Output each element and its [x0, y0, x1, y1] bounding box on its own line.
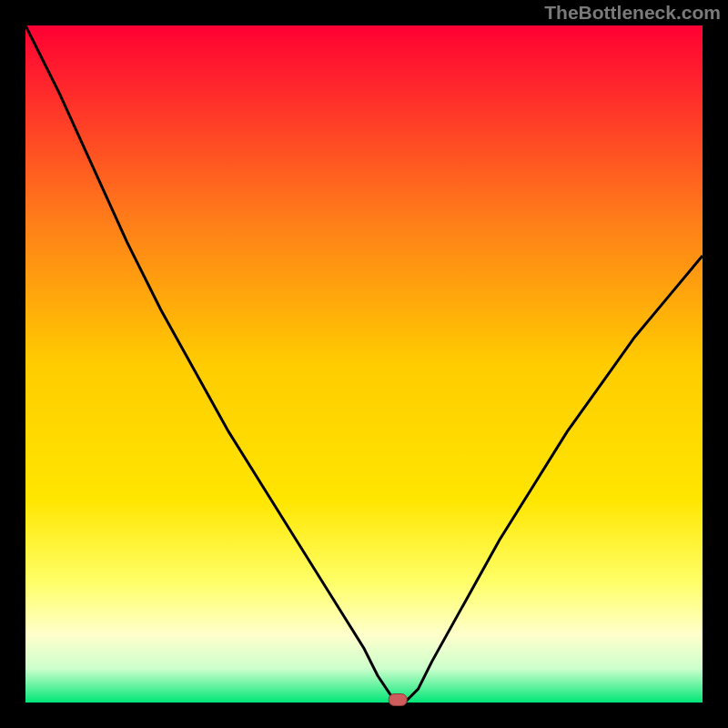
plot-background	[25, 25, 703, 703]
chart-container: TheBottleneck.com	[0, 0, 728, 728]
watermark-text: TheBottleneck.com	[544, 2, 721, 24]
bottleneck-curve-chart	[0, 0, 728, 728]
optimal-point-marker	[389, 694, 407, 706]
